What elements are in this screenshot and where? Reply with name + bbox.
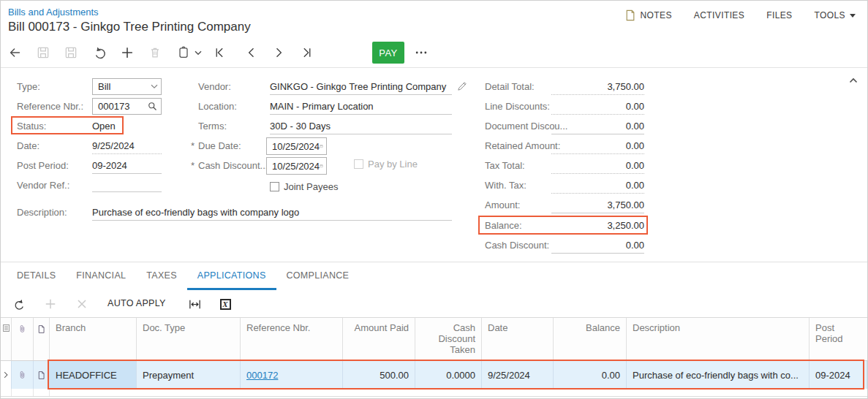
column-header-doc-type[interactable]: Doc. Type	[137, 318, 241, 360]
location-value[interactable]: MAIN - Primary Location	[270, 101, 452, 115]
row-note-button[interactable]	[34, 361, 50, 389]
pay-by-line-checkbox[interactable]: Pay by Line	[354, 159, 418, 170]
cell-cash-discount-taken[interactable]: 0.0000	[415, 361, 482, 389]
notes-button[interactable]: NOTES	[625, 10, 671, 21]
column-header-reference-nbr[interactable]: Reference Nbr.	[241, 318, 343, 360]
save-and-close-button[interactable]	[34, 43, 53, 62]
calendar-icon[interactable]	[320, 161, 323, 171]
paperclip-icon	[18, 324, 27, 335]
calendar-icon[interactable]	[320, 141, 323, 151]
more-actions-button[interactable]	[412, 43, 431, 62]
insert-button[interactable]	[118, 43, 137, 62]
cell-balance[interactable]: 0.00	[554, 361, 627, 389]
delete-row-button[interactable]	[72, 294, 91, 314]
row-selector[interactable]	[1, 361, 12, 389]
collapse-summary-button[interactable]	[848, 75, 859, 88]
refresh-button[interactable]	[10, 294, 29, 314]
reference-nbr-input[interactable]: 000173	[92, 98, 162, 115]
vendor-edit-button[interactable]	[456, 80, 468, 95]
due-date-label: Due Date:	[198, 140, 241, 151]
column-header-amount-paid[interactable]: Amount Paid	[343, 318, 415, 360]
tax-total-label: Tax Total:	[485, 160, 525, 171]
due-date-required-marker: *	[191, 140, 195, 151]
checkbox-icon	[270, 182, 279, 191]
pay-button[interactable]: PAY	[372, 42, 404, 64]
tools-menu-button[interactable]: TOOLS	[815, 10, 856, 20]
description-value[interactable]: Purchase of eco-friendly bags with compa…	[92, 207, 452, 221]
tab-applications[interactable]: APPLICATIONS	[187, 262, 276, 290]
description-label: Description:	[17, 207, 67, 218]
cell-description[interactable]: Purchase of eco-friendly bags with co...	[627, 361, 809, 389]
column-header-post-period[interactable]: Post Period	[809, 318, 867, 360]
post-period-label: Post Period:	[17, 160, 69, 171]
terms-value[interactable]: 30D - 30 Days	[270, 121, 452, 134]
tab-bar: DETAILS FINANCIAL TAXES APPLICATIONS COM…	[1, 262, 867, 290]
note-page-icon	[625, 10, 635, 21]
page-title: Bill 000173 - Ginkgo Tree Printing Compa…	[8, 20, 251, 34]
clipboard-icon	[176, 45, 191, 60]
tab-financial[interactable]: FINANCIAL	[66, 262, 136, 290]
application-row[interactable]: HEADOFFICE Prepayment 000172 500.00 0.00…	[1, 361, 867, 389]
go-first-button[interactable]	[210, 43, 229, 62]
go-previous-button[interactable]	[242, 43, 261, 62]
export-to-excel-button[interactable]: X	[216, 294, 235, 314]
grid-header-row: Branch Doc. Type Reference Nbr. Amount P…	[1, 318, 867, 361]
note-page-icon	[37, 370, 46, 381]
header-menu: NOTES ACTIVITIES FILES TOOLS	[625, 10, 856, 21]
save-button[interactable]	[61, 43, 80, 62]
go-last-button[interactable]	[298, 43, 317, 62]
notes-column-header[interactable]	[34, 318, 50, 360]
tools-label: TOOLS	[815, 10, 845, 20]
cell-date[interactable]: 9/25/2024	[482, 361, 554, 389]
cell-doc-type[interactable]: Prepayment	[137, 361, 241, 389]
first-record-icon	[212, 45, 227, 60]
arrow-left-icon	[7, 45, 23, 61]
cell-amount-paid[interactable]: 500.00	[343, 361, 415, 389]
copy-paste-dropdown[interactable]	[192, 43, 204, 62]
grid-settings-header[interactable]	[1, 318, 12, 360]
copy-paste-button[interactable]	[174, 43, 193, 62]
paperclip-icon	[18, 370, 27, 381]
cell-post-period[interactable]: 09-2024	[809, 361, 867, 389]
auto-apply-button[interactable]: AUTO APPLY	[107, 298, 166, 308]
column-header-date[interactable]: Date	[482, 318, 554, 360]
column-header-branch[interactable]: Branch	[50, 318, 137, 360]
breadcrumb[interactable]: Bills and Adjustments	[8, 7, 99, 18]
column-header-balance[interactable]: Balance	[554, 318, 627, 360]
column-header-description[interactable]: Description	[627, 318, 809, 360]
go-next-button[interactable]	[269, 43, 288, 62]
undo-button[interactable]	[91, 43, 110, 62]
retained-amount-value: 0.00	[551, 140, 644, 154]
location-label: Location:	[198, 101, 237, 112]
joint-payees-checkbox[interactable]: Joint Payees	[270, 181, 338, 192]
cell-branch[interactable]: HEADOFFICE	[50, 361, 137, 389]
chevron-right-icon	[1, 370, 10, 379]
attachments-column-header[interactable]	[12, 318, 34, 360]
post-period-value[interactable]: 09-2024	[92, 160, 162, 174]
reference-nbr-link[interactable]: 000172	[246, 370, 278, 381]
vendor-value[interactable]: GINKGO - Ginkgo Tree Printing Company	[270, 81, 452, 95]
files-button[interactable]: FILES	[766, 10, 792, 20]
document-discount-value[interactable]: 0.00	[551, 121, 644, 134]
tab-taxes[interactable]: TAXES	[136, 262, 187, 290]
tab-compliance[interactable]: COMPLIANCE	[276, 262, 360, 290]
activities-button[interactable]: ACTIVITIES	[694, 10, 744, 20]
fit-to-width-button[interactable]	[185, 294, 204, 314]
add-row-button[interactable]	[41, 294, 60, 314]
column-header-cash-discount-taken[interactable]: Cash Discount Taken	[415, 318, 482, 360]
delete-button[interactable]	[146, 43, 165, 62]
due-date-input[interactable]: 10/25/2024	[266, 137, 327, 155]
plus-icon	[43, 297, 58, 311]
search-icon[interactable]	[147, 101, 158, 112]
tab-details[interactable]: DETAILS	[7, 262, 66, 290]
row-attachment-button[interactable]	[12, 361, 34, 389]
cash-discount-date-input[interactable]: 10/25/2024	[266, 157, 327, 175]
cash-discount-date-value: 10/25/2024	[272, 161, 320, 172]
vendor-ref-value[interactable]	[92, 180, 162, 192]
grid-toolbar: AUTO APPLY X	[1, 290, 867, 317]
pencil-icon	[456, 80, 468, 92]
cell-reference-nbr[interactable]: 000172	[241, 361, 343, 389]
with-tax-value: 0.00	[551, 180, 644, 194]
type-select[interactable]: Bill	[92, 78, 162, 95]
back-button[interactable]	[6, 43, 25, 62]
